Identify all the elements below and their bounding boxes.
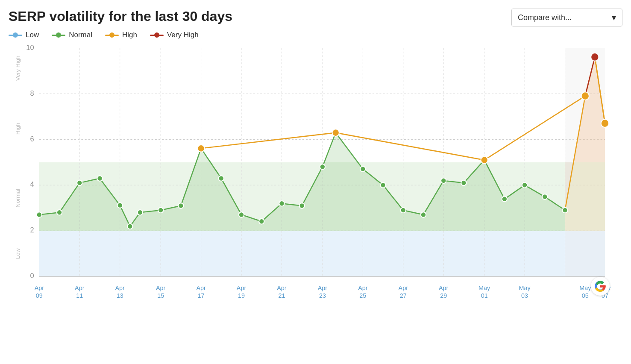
x-label-apr19-2: 19 [238,292,245,299]
x-label-apr23-2: 23 [319,292,326,299]
x-label-apr27-2: 27 [400,292,407,299]
x-label-apr15: Apr [156,284,166,291]
dot-14 [320,164,325,170]
legend-label-low: Low [26,31,39,39]
legend-label-normal: Normal [69,31,92,39]
dot-17 [401,208,406,213]
x-label-apr27: Apr [399,284,408,291]
dot-6 [138,210,143,215]
x-label-apr21: Apr [277,284,287,291]
band-label-low: Low [15,248,21,259]
y-label-6: 6 [30,135,34,143]
legend-item-high: High [105,31,137,39]
chart-legend: Low Normal High Very High [9,31,622,39]
dot-10 [239,212,244,217]
x-label-may05-2: 05 [582,292,589,299]
x-label-apr17-2: 17 [198,292,205,299]
x-label-apr13-2: 13 [117,292,123,299]
x-label-apr25: Apr [358,284,368,291]
orange-line [201,57,605,160]
y-label-2: 2 [30,226,34,234]
chevron-down-icon: ▾ [612,12,616,23]
dot-24 [562,208,567,213]
compare-dropdown[interactable]: Compare with... ▾ [511,9,622,26]
dot-23 [542,194,547,200]
legend-icon-high [105,32,119,38]
band-label-very-high: Very High [15,56,21,81]
x-label-apr23: Apr [318,284,328,291]
dot-high-3 [481,156,487,164]
dot-11 [259,219,264,224]
x-label-apr29: Apr [439,284,449,291]
x-label-apr09-2: 09 [36,292,43,299]
dot-4 [117,203,123,208]
google-logo [591,277,610,296]
dot-very-high-may06 [591,53,599,61]
band-label-normal: Normal [15,189,21,208]
dot-16 [380,182,385,188]
y-label-10: 10 [26,44,34,52]
x-label-may03: May [519,284,531,291]
legend-item-very-high: Very High [150,31,199,39]
dot-22 [522,182,527,188]
dot-5 [127,223,132,229]
dot-1 [57,210,62,215]
legend-label-high: High [122,31,137,39]
dot-13 [299,203,305,208]
x-label-apr25-2: 25 [359,292,366,299]
dot-21 [502,197,507,202]
dot-high-1 [197,145,204,152]
legend-label-very-high: Very High [167,31,199,39]
google-g-icon [594,280,606,292]
volatility-chart: 0 2 4 6 8 10 Low Normal High Very High [9,44,622,321]
x-label-apr11: Apr [75,284,85,291]
dot-15 [360,166,365,172]
x-label-may01-2: 01 [481,292,488,299]
x-label-apr13: Apr [115,284,125,291]
y-label-8: 8 [30,89,34,97]
dot-19 [441,178,446,184]
legend-icon-low [9,32,22,38]
legend-icon-very-high [150,32,164,38]
dot-18 [421,212,426,217]
dot-high-may07 [601,119,609,127]
dot-8 [178,203,183,208]
y-label-4: 4 [30,180,34,188]
x-label-apr29-2: 29 [440,292,447,299]
low-band [39,231,605,276]
dot-0 [37,212,42,217]
x-label-may05: May [579,284,591,291]
dot-20 [461,180,466,186]
band-label-high: High [15,123,21,135]
dot-high-may05 [581,92,589,100]
x-label-apr15-2: 15 [157,292,164,299]
x-label-apr11-2: 11 [76,292,83,299]
compare-label: Compare with... [518,13,572,22]
x-label-apr19: Apr [237,284,247,291]
x-label-apr09: Apr [35,284,44,291]
page-title: SERP volatility for the last 30 days [9,9,232,24]
x-label-may03-2: 03 [521,292,528,299]
legend-item-low: Low [9,31,39,39]
legend-icon-normal [52,32,65,38]
x-label-apr17: Apr [196,284,206,291]
x-label-may01: May [478,284,490,291]
legend-item-normal: Normal [52,31,92,39]
dot-2 [77,180,82,186]
dot-3 [97,176,102,181]
dot-high-2 [332,129,339,136]
x-label-apr21-2: 21 [278,292,285,299]
dot-12 [279,201,284,206]
dot-9 [219,176,224,181]
chart-container: 0 2 4 6 8 10 Low Normal High Very High [9,44,622,321]
dot-7 [158,208,163,213]
y-label-0: 0 [30,272,34,280]
